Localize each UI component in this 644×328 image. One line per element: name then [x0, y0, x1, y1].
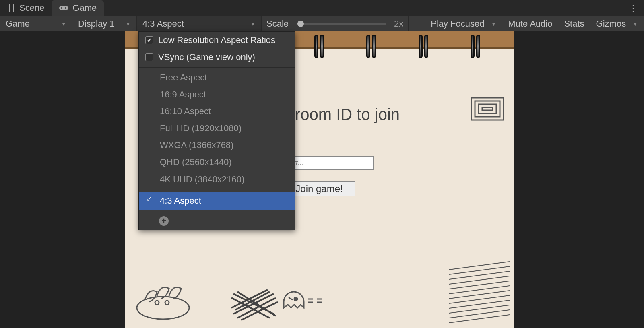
dropdown-separator — [139, 190, 295, 190]
tab-scene[interactable]: Scene — [0, 0, 52, 16]
gizmos-label: Gizmos — [596, 19, 626, 29]
aspect-ratio-selector-label: 4:3 Aspect — [142, 19, 184, 29]
svg-line-24 — [449, 286, 510, 294]
doodle-creature — [129, 278, 197, 324]
checkbox-checked-icon: ✔ — [145, 36, 153, 44]
svg-line-28 — [449, 305, 510, 313]
aspect-option-qhd[interactable]: QHD (2560x1440) — [139, 154, 295, 171]
chevron-down-icon: ▼ — [632, 21, 638, 27]
svg-point-5 — [61, 7, 62, 9]
doodle-spiral-square — [469, 96, 506, 126]
mute-audio-label: Mute Audio — [508, 19, 552, 29]
low-res-aspect-toggle[interactable]: ✔ Low Resolution Aspect Ratios — [139, 32, 295, 49]
scale-control: Scale 2x — [262, 16, 409, 31]
svg-line-25 — [449, 291, 510, 299]
tab-overflow-menu[interactable]: ⋮ — [625, 2, 641, 15]
aspect-add-custom[interactable]: + — [139, 214, 295, 230]
display-selector[interactable]: Display 1 ▼ — [72, 16, 137, 31]
gizmos-selector[interactable]: Gizmos ▼ — [590, 16, 644, 31]
toolbar-spacer — [409, 16, 425, 31]
dropdown-separator — [139, 212, 295, 212]
game-view-selector[interactable]: Game ▼ — [0, 16, 72, 31]
aspect-option-4-3[interactable]: 4:3 Aspect — [139, 192, 295, 210]
svg-line-30 — [449, 315, 510, 323]
doodle-ghost — [280, 288, 328, 318]
svg-line-20 — [449, 266, 510, 274]
chevron-down-icon: ▼ — [491, 21, 497, 27]
svg-rect-9 — [479, 104, 496, 113]
aspect-option-4kuhd[interactable]: 4K UHD (3840x2160) — [139, 171, 295, 188]
svg-line-29 — [449, 310, 510, 318]
low-res-aspect-label: Low Resolution Aspect Ratios — [158, 35, 275, 45]
chevron-down-icon: ▼ — [250, 21, 256, 27]
tab-game[interactable]: Game — [52, 0, 104, 16]
aspect-option-16-10[interactable]: 16:10 Aspect — [139, 103, 295, 120]
checkbox-empty-icon — [145, 53, 153, 61]
game-view-toolbar: Game ▼ Display 1 ▼ 4:3 Aspect ▼ Scale 2x… — [0, 16, 644, 31]
scale-label: Scale — [266, 19, 289, 29]
aspect-ratio-selector[interactable]: 4:3 Aspect ▼ — [137, 16, 262, 31]
svg-line-22 — [449, 276, 510, 284]
play-mode-label: Play Focused — [431, 19, 484, 29]
svg-line-21 — [449, 271, 510, 279]
gamepad-icon — [59, 5, 68, 11]
svg-point-12 — [155, 301, 159, 305]
svg-point-14 — [294, 297, 297, 301]
scale-slider-thumb[interactable] — [297, 21, 304, 27]
svg-line-19 — [449, 262, 510, 270]
aspect-option-wxga[interactable]: WXGA (1366x768) — [139, 137, 295, 154]
editor-tab-row: Scene Game ⋮ — [0, 0, 644, 16]
tab-game-label: Game — [72, 3, 97, 13]
svg-line-23 — [449, 281, 510, 289]
vsync-toggle[interactable]: VSync (Game view only) — [139, 49, 295, 66]
svg-point-6 — [65, 7, 66, 9]
plus-circle-icon: + — [159, 216, 169, 226]
dropdown-separator — [139, 67, 295, 68]
play-mode-selector[interactable]: Play Focused ▼ — [425, 16, 502, 31]
chevron-down-icon: ▼ — [61, 21, 66, 27]
stats-button[interactable]: Stats — [558, 16, 590, 31]
join-game-button-label: Join game! — [295, 183, 343, 194]
game-viewport: Enter a room ID to join Enter text... Jo… — [0, 31, 644, 328]
svg-point-13 — [165, 301, 169, 305]
vsync-label: VSync (Game view only) — [158, 52, 255, 62]
tab-scene-label: Scene — [19, 3, 44, 13]
scale-slider[interactable] — [297, 23, 386, 25]
doodle-hatching — [445, 258, 514, 328]
svg-line-27 — [449, 300, 510, 308]
mute-audio-button[interactable]: Mute Audio — [502, 16, 558, 31]
svg-line-26 — [449, 295, 510, 303]
svg-rect-4 — [59, 6, 68, 10]
doodle-scribble — [229, 286, 282, 324]
stats-label: Stats — [564, 19, 584, 29]
svg-rect-10 — [482, 107, 493, 110]
scale-value: 2x — [394, 19, 403, 29]
display-selector-label: Display 1 — [78, 19, 114, 29]
aspect-ratio-dropdown: ✔ Low Resolution Aspect Ratios VSync (Ga… — [138, 31, 295, 230]
chevron-down-icon: ▼ — [125, 21, 131, 27]
aspect-option-16-9[interactable]: 16:9 Aspect — [139, 86, 295, 103]
svg-point-11 — [137, 297, 189, 319]
aspect-option-free[interactable]: Free Aspect — [139, 69, 295, 86]
grid-icon — [7, 4, 15, 12]
game-view-selector-label: Game — [6, 19, 30, 29]
aspect-option-fullhd[interactable]: Full HD (1920x1080) — [139, 120, 295, 137]
